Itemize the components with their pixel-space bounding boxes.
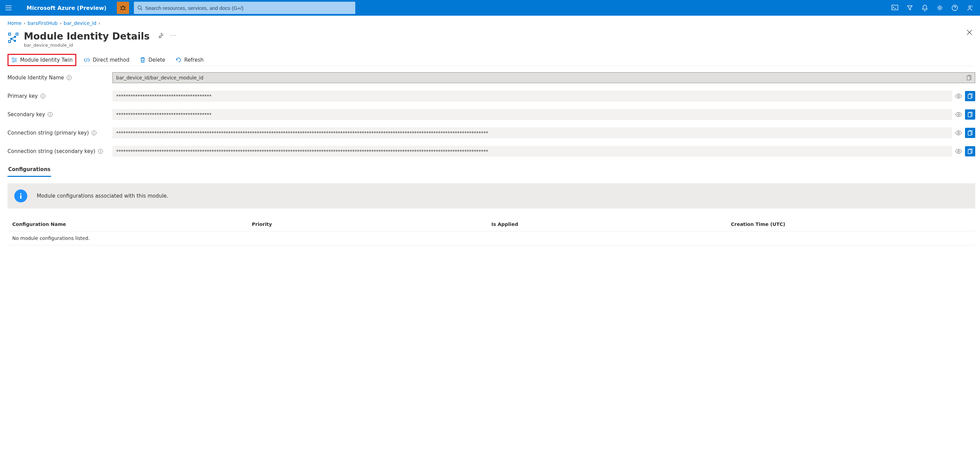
- twin-label: Module Identity Twin: [20, 57, 73, 63]
- content-scroll[interactable]: Module Identity Name i bar_device_id/bar…: [0, 66, 975, 472]
- refresh-label: Refresh: [184, 57, 204, 63]
- page-title: Module Identity Details: [24, 31, 150, 42]
- topbar: Microsoft Azure (Preview): [0, 0, 980, 16]
- hamburger-menu[interactable]: [3, 3, 14, 13]
- field-secondary-key: Secondary key i ************************…: [8, 109, 975, 120]
- svg-point-0: [121, 6, 125, 10]
- primary-key-value-box: ****************************************: [112, 91, 952, 102]
- refresh-icon: [175, 57, 181, 63]
- svg-point-11: [13, 61, 14, 62]
- svg-point-13: [958, 96, 959, 97]
- breadcrumb-home[interactable]: Home: [8, 21, 21, 26]
- chevron-right-icon: ›: [24, 21, 25, 26]
- direct-label: Direct method: [93, 57, 129, 63]
- info-banner: Module configurations associated with th…: [8, 184, 975, 209]
- eye-icon[interactable]: [955, 93, 962, 100]
- breadcrumb-hub[interactable]: barsFirstHub: [28, 21, 57, 26]
- search-input[interactable]: [145, 5, 352, 11]
- copy-button[interactable]: [965, 91, 975, 101]
- code-icon: [84, 57, 90, 63]
- conn-secondary-value: ****************************************…: [116, 148, 488, 154]
- svg-point-21: [20, 193, 21, 195]
- module-icon: [8, 32, 19, 44]
- conn-secondary-label: Connection string (secondary key): [8, 148, 95, 154]
- module-name-value: bar_device_id/bar_device_module_id: [116, 75, 204, 80]
- toolbar: Module Identity Twin Direct method Delet…: [8, 54, 972, 66]
- top-icons: [891, 5, 977, 11]
- col-creation-time[interactable]: Creation Time (UTC): [731, 222, 970, 227]
- svg-rect-12: [967, 76, 970, 80]
- breadcrumb: Home › barsFirstHub › bar_device_id ›: [0, 16, 980, 28]
- module-name-label: Module Identity Name: [8, 75, 64, 81]
- configurations-table: Configuration Name Priority Is Applied C…: [8, 217, 975, 245]
- svg-rect-20: [968, 150, 971, 154]
- primary-key-label: Primary key: [8, 93, 38, 99]
- direct-method-button[interactable]: Direct method: [81, 54, 132, 66]
- trash-icon: [140, 57, 146, 63]
- empty-message: No module configurations listed.: [12, 235, 970, 241]
- info-icon[interactable]: i: [92, 131, 96, 135]
- field-primary-key: Primary key i **************************…: [8, 91, 975, 102]
- svg-rect-14: [968, 94, 971, 99]
- delete-label: Delete: [148, 57, 165, 63]
- bell-icon[interactable]: [921, 5, 928, 11]
- help-icon[interactable]: [951, 5, 958, 11]
- info-icon[interactable]: i: [48, 112, 52, 117]
- module-identity-twin-button[interactable]: Module Identity Twin: [8, 54, 76, 66]
- conn-primary-value: ****************************************…: [116, 130, 488, 136]
- svg-point-1: [138, 6, 141, 9]
- feedback-icon[interactable]: [966, 5, 973, 11]
- info-icon[interactable]: i: [98, 149, 103, 154]
- info-icon[interactable]: i: [41, 94, 45, 99]
- tab-configurations[interactable]: Configurations: [8, 164, 51, 177]
- gear-icon[interactable]: [936, 5, 943, 11]
- bug-icon[interactable]: [117, 2, 129, 14]
- copy-icon[interactable]: [967, 75, 972, 80]
- brand-label[interactable]: Microsoft Azure (Preview): [27, 5, 107, 11]
- module-name-value-box: bar_device_id/bar_device_module_id: [112, 72, 975, 83]
- col-priority[interactable]: Priority: [252, 222, 491, 227]
- search-box[interactable]: [134, 2, 355, 14]
- svg-point-19: [958, 151, 959, 152]
- pin-icon[interactable]: [158, 33, 164, 39]
- table-header: Configuration Name Priority Is Applied C…: [8, 217, 975, 231]
- close-icon[interactable]: [966, 29, 972, 35]
- info-icon[interactable]: i: [67, 75, 72, 80]
- conn-primary-label: Connection string (primary key): [8, 130, 89, 136]
- secondary-key-value: ****************************************: [116, 112, 212, 117]
- delete-button[interactable]: Delete: [137, 54, 168, 66]
- svg-rect-2: [892, 5, 898, 10]
- breadcrumb-device[interactable]: bar_device_id: [64, 21, 96, 26]
- primary-key-value: ****************************************: [116, 93, 212, 99]
- page-subtitle: bar_device_module_id: [24, 43, 150, 48]
- cloud-shell-icon[interactable]: [891, 5, 898, 11]
- col-is-applied[interactable]: Is Applied: [492, 222, 731, 227]
- svg-point-17: [958, 132, 959, 134]
- chevron-right-icon: ›: [99, 21, 100, 26]
- tabs: Configurations: [8, 164, 975, 177]
- field-module-name: Module Identity Name i bar_device_id/bar…: [8, 72, 975, 83]
- eye-icon[interactable]: [955, 111, 962, 118]
- table-row-empty: No module configurations listed.: [8, 231, 975, 245]
- conn-secondary-value-box: ****************************************…: [112, 146, 952, 157]
- copy-button[interactable]: [965, 109, 975, 120]
- svg-rect-16: [968, 113, 971, 117]
- col-config-name[interactable]: Configuration Name: [12, 222, 252, 227]
- secondary-key-value-box: ****************************************: [112, 109, 952, 120]
- copy-button[interactable]: [965, 146, 975, 156]
- field-conn-secondary: Connection string (secondary key) i ****…: [8, 146, 975, 157]
- field-conn-primary: Connection string (primary key) i ******…: [8, 128, 975, 138]
- copy-button[interactable]: [965, 128, 975, 138]
- svg-point-3: [939, 7, 941, 9]
- svg-point-10: [15, 59, 16, 61]
- filter-icon[interactable]: [907, 5, 913, 11]
- sliders-icon: [11, 57, 18, 63]
- eye-icon[interactable]: [955, 129, 962, 137]
- svg-point-9: [12, 57, 14, 59]
- refresh-button[interactable]: Refresh: [173, 54, 207, 66]
- svg-point-5: [969, 6, 971, 8]
- eye-icon[interactable]: [955, 148, 962, 155]
- title-row: Module Identity Details bar_device_modul…: [0, 28, 980, 48]
- more-icon[interactable]: ···: [170, 33, 177, 39]
- svg-rect-22: [20, 195, 21, 199]
